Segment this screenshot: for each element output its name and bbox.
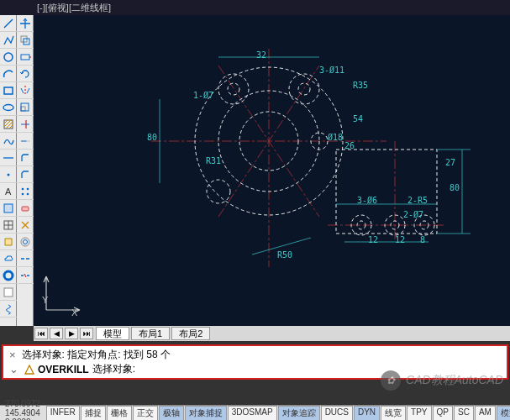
command-prompt[interactable]: 选择对象: <box>92 362 135 376</box>
arc-tool[interactable] <box>0 66 17 82</box>
dim-80b: 80 <box>450 183 460 192</box>
command-name: OVERKILL <box>38 364 89 375</box>
explode-tool[interactable] <box>17 217 34 234</box>
region-tool[interactable] <box>0 234 17 250</box>
dim-r31: R31 <box>206 156 221 165</box>
ucs-y-label: Y <box>42 295 48 305</box>
svg-text:A: A <box>5 186 12 197</box>
dim-12b: 12 <box>395 235 405 244</box>
dim-018: Ø18 <box>328 133 343 142</box>
wipeout-tool[interactable] <box>0 284 17 301</box>
hatch-tool[interactable] <box>0 116 17 133</box>
svg-point-38 <box>298 83 310 95</box>
status-toggle[interactable]: DYN <box>354 406 380 421</box>
status-toggle[interactable]: 线宽 <box>381 406 406 421</box>
construction-tool[interactable] <box>0 150 17 166</box>
dim-26: 26 <box>344 141 355 150</box>
svg-point-24 <box>21 238 29 246</box>
status-toggle[interactable]: 对象追踪 <box>278 406 320 421</box>
svg-rect-8 <box>4 204 13 213</box>
drawing-canvas[interactable]: 32 3-Ø11 1-Ø7 R35 80 54 R31 Ø18 27 80 3-… <box>34 15 510 326</box>
svg-rect-23 <box>22 207 29 211</box>
rect-tool[interactable] <box>0 82 17 99</box>
status-toggle[interactable]: SC <box>454 406 474 421</box>
polyline-tool[interactable] <box>0 32 17 49</box>
layout-tabs-bar: ⏮ ◀ ▶ ⏭ 模型布局1布局2 <box>34 326 510 341</box>
spline-tool[interactable] <box>0 133 17 150</box>
svg-rect-17 <box>21 107 25 111</box>
status-toggle[interactable]: 正交 <box>133 406 158 421</box>
move-tool[interactable] <box>17 15 34 32</box>
svg-point-39 <box>207 180 230 203</box>
dim-r50: R50 <box>277 250 292 260</box>
line-tool[interactable] <box>0 15 17 32</box>
donut-tool[interactable] <box>0 267 17 284</box>
circle-tool[interactable] <box>0 49 17 66</box>
svg-point-3 <box>3 104 13 110</box>
wechat-icon: ✿ <box>381 370 401 391</box>
chamfer-tool[interactable] <box>17 166 34 183</box>
status-toggle[interactable]: INFER <box>46 406 80 421</box>
trim-tool[interactable] <box>17 116 34 133</box>
offset-tool[interactable] <box>17 234 34 250</box>
svg-point-25 <box>24 239 28 244</box>
watermark: ✿ CAD教程AutoCAD <box>381 370 503 391</box>
status-toggle[interactable]: DUCS <box>321 406 353 421</box>
dim-2-r5: 2-R5 <box>407 196 428 205</box>
svg-point-20 <box>27 187 29 190</box>
tab-nav-next[interactable]: ▶ <box>65 328 78 339</box>
draw-toolbar: A <box>0 15 17 326</box>
table-tool[interactable] <box>0 217 17 234</box>
dim-1-07: 1-Ø7 <box>193 91 213 100</box>
status-toggle[interactable]: AM <box>475 406 496 421</box>
status-toggle[interactable]: 模型 <box>497 406 510 421</box>
status-toggle[interactable]: 3DOSMAP <box>228 406 277 421</box>
revcloud-tool[interactable] <box>0 250 17 267</box>
copy-tool[interactable] <box>17 32 34 49</box>
dim-3-06: 3-Ø6 <box>357 196 377 205</box>
status-toggle[interactable]: TPY <box>407 406 431 421</box>
status-toggle[interactable]: 极轴 <box>159 406 184 421</box>
tab-nav-prev[interactable]: ◀ <box>50 328 63 339</box>
stretch-tool[interactable] <box>17 49 34 66</box>
svg-line-0 <box>4 19 13 28</box>
block-tool[interactable] <box>0 200 17 217</box>
dim-27: 27 <box>445 158 455 167</box>
array-tool[interactable] <box>17 183 34 200</box>
mirror-tool[interactable] <box>17 82 34 99</box>
dim-r35: R35 <box>353 81 368 90</box>
svg-point-37 <box>228 83 239 95</box>
layout-tab[interactable]: 模型 <box>96 327 129 340</box>
modify-toolbar <box>17 15 34 326</box>
svg-point-12 <box>4 271 13 280</box>
svg-rect-16 <box>21 55 29 60</box>
tab-nav-first[interactable]: ⏮ <box>34 328 48 339</box>
svg-point-19 <box>22 187 24 190</box>
dim-32: 32 <box>256 50 266 60</box>
tab-nav-last[interactable]: ⏭ <box>80 328 93 339</box>
extend-tool[interactable] <box>17 133 34 150</box>
status-toggle[interactable]: 捕捉 <box>81 406 106 421</box>
caret-icon[interactable]: ⌄ <box>7 363 21 375</box>
viewport-label: [-][俯视][二维线框] <box>0 0 510 15</box>
status-toggle[interactable]: QP <box>433 406 453 421</box>
status-toggle[interactable]: 对象捕捉 <box>185 406 227 421</box>
break-tool[interactable] <box>17 267 34 284</box>
scale-tool[interactable] <box>17 99 34 116</box>
dim-80a: 80 <box>147 133 157 142</box>
svg-point-36 <box>289 74 319 104</box>
ellipse-tool[interactable] <box>0 99 17 116</box>
point-tool[interactable] <box>0 166 17 183</box>
text-tool[interactable]: A <box>0 183 17 200</box>
close-icon[interactable]: × <box>7 349 18 361</box>
svg-rect-13 <box>4 288 13 297</box>
layout-tab[interactable]: 布局1 <box>131 327 170 340</box>
rotate-tool[interactable] <box>17 66 34 82</box>
layout-tab[interactable]: 布局2 <box>171 327 210 340</box>
fillet-tool[interactable] <box>17 150 34 166</box>
status-toggle[interactable]: 栅格 <box>107 406 132 421</box>
join-tool[interactable] <box>17 250 34 267</box>
erase-tool[interactable] <box>17 200 34 217</box>
helix-tool[interactable] <box>0 301 17 318</box>
ucs-indicator: Y X <box>42 272 84 318</box>
